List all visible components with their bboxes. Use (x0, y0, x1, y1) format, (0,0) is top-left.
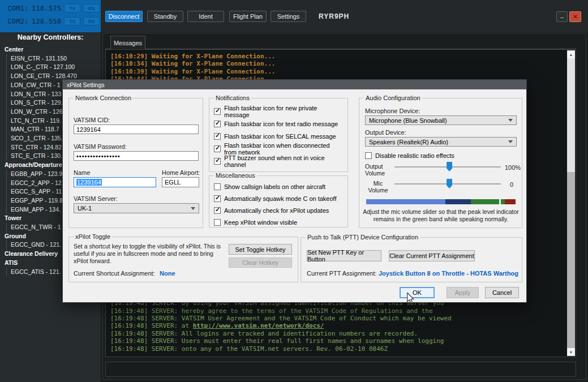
checkbox[interactable] (214, 158, 221, 165)
group-legend: Miscellaneous (214, 172, 257, 179)
xpilot-window: COM1: 118.575 TX RX COM2: 126.550 TX RX … (0, 0, 588, 382)
settings-button[interactable]: Settings (271, 11, 306, 22)
controller-tree-entry-label: EGGP_APP - 119.8 (11, 197, 63, 204)
mouse-cursor-icon (405, 293, 415, 304)
group-network-connection: Network Connection VATSIM CID: 1239164 V… (68, 98, 203, 228)
misc-checkbox-list: Show callsign labels on other aircraft A… (214, 181, 343, 228)
group-legend: Audio Configuration (364, 95, 422, 101)
notification-option[interactable]: PTT buzzer sound when not in voice chann… (214, 155, 343, 168)
scrollbar-thumb[interactable] (567, 172, 575, 348)
output-device-label: Output Device: (365, 129, 406, 136)
ident-button[interactable]: Ident (187, 11, 224, 22)
clear-hotkey-button[interactable]: Clear Hotkey (229, 257, 292, 268)
log-scrollbar[interactable]: ▲ ▼ (567, 50, 575, 356)
vatsim-password-field[interactable]: •••••••••••••••• (74, 151, 199, 161)
microphone-device-value: Microphone (Blue Snowball) (369, 117, 447, 124)
group-xpilot-toggle: xPilot Toggle Set a shortcut key to togg… (68, 237, 298, 282)
notification-option[interactable]: Flash taskbar icon when disconnected fro… (214, 143, 343, 155)
radio-effects-option[interactable]: Disable realistic radio effects (365, 149, 454, 162)
vatsim-server-select[interactable]: UK-1 (74, 203, 199, 213)
output-volume-value: 100% (505, 164, 521, 171)
standby-button[interactable]: Standby (147, 11, 183, 22)
controller-tree-entry-label: STC_CTR - 124.82 (11, 144, 62, 151)
checkbox[interactable] (214, 195, 221, 202)
controller-tree-entry-label: Clearance Delivery (5, 250, 58, 257)
scrollbar-up-arrow-icon[interactable]: ▲ (567, 50, 575, 58)
vatsim-cid-field[interactable]: 1239164 (74, 125, 199, 134)
misc-option[interactable]: Automatically check for xPilot updates (214, 204, 343, 216)
controller-tree-entry-label: EGBB_APP - 123.9 (11, 170, 62, 177)
disconnect-button[interactable]: Disconnect (105, 11, 143, 22)
controller-tree-entry-label: EGCC_S_APP - 11 (11, 188, 62, 195)
controller-tree-entry-label: Approach/Departure (5, 161, 62, 168)
output-device-select[interactable]: Speakers (Realtek(R) Audio) (365, 137, 517, 147)
checkbox[interactable] (214, 183, 221, 190)
com1-label: COM1: (7, 4, 29, 12)
flight-plan-button[interactable]: Flight Plan (229, 11, 267, 22)
misc-option[interactable]: Show callsign labels on other aircraft (214, 181, 343, 192)
misc-option[interactable]: Automatically squawk mode C on takeoff (214, 192, 343, 204)
scrollbar-down-arrow-icon[interactable]: ▼ (567, 348, 575, 356)
checkbox[interactable] (214, 145, 221, 152)
checkbox-label: Disable realistic radio effects (375, 152, 454, 159)
command-input[interactable] (105, 362, 576, 377)
checkbox[interactable] (214, 133, 221, 140)
controller-tree-entry-label: EGCC_2_APP - 12 (11, 179, 62, 186)
checkbox[interactable] (214, 121, 221, 127)
checkbox-label: Show callsign labels on other aircraft (224, 183, 325, 190)
checkbox[interactable] (214, 207, 221, 214)
slider-thumb[interactable] (447, 179, 452, 188)
controller-tree-entry-label: EGCC_GND - 121. (11, 241, 61, 248)
mic-volume-value: 0 (510, 181, 513, 188)
controller-tree-entry[interactable]: Center (5, 45, 101, 54)
log-line: [16:19:48] SERVER: VATSIM User Agreement… (110, 315, 452, 322)
misc-option[interactable]: Keep xPilot window visible (214, 216, 343, 228)
mic-help-text: Adjust the mic volume slider so that the… (363, 208, 519, 222)
controller-tree-entry[interactable]: EISN_CTR - 131.150 (6, 54, 101, 63)
com2-label: COM2: (7, 17, 29, 25)
microphone-device-label: Microphone Device: (365, 108, 420, 114)
log-line-text: [16:19:48] SERVER: Users must enter thei… (110, 337, 444, 345)
apply-button[interactable]: Apply (447, 287, 479, 298)
notifications-checkbox-list: Flash taskbar icon for new private messa… (214, 105, 343, 168)
close-button[interactable]: ✕ (569, 11, 581, 22)
set-toggle-hotkey-button[interactable]: Set Toggle Hotkey (229, 244, 292, 255)
current-shortcut-label: Current Shortcut Assignment: (74, 270, 155, 277)
controller-tree-entry[interactable]: LON_C-_CTR - 127.100 (6, 63, 101, 72)
notification-option[interactable]: Flash taskbar icon for SELCAL message (214, 130, 343, 143)
group-legend: Notifications (214, 95, 251, 101)
log-line: [16:10:39] Waiting for X-Plane Connectio… (110, 68, 275, 75)
com2-tx-button[interactable]: TX (64, 17, 80, 25)
group-miscellaneous: Miscellaneous Show callsign labels on ot… (209, 175, 348, 228)
home-airport-field[interactable]: EGLL (162, 177, 199, 187)
controller-tree-entry-label: Tower (5, 214, 22, 221)
com1-frequency: 118.575 (32, 4, 62, 12)
log-line-text: [16:19:48] SERVER: VATSIM User Agreement… (110, 315, 452, 322)
checkbox[interactable] (214, 108, 221, 115)
output-volume-slider[interactable] (394, 162, 501, 171)
checkbox-label: Automatically check for xPilot updates (224, 207, 329, 214)
controller-tree-entry-label: EGNM_APP - 134. (11, 206, 61, 213)
set-ptt-button[interactable]: Set New PTT Key or Button (307, 250, 381, 261)
microphone-device-select[interactable]: Microphone (Blue Snowball) (365, 115, 517, 125)
current-shortcut-value: None (160, 270, 175, 277)
com1-rx-button[interactable]: RX (83, 4, 100, 12)
tab-messages[interactable]: Messages (110, 36, 145, 49)
mic-volume-slider[interactable] (394, 179, 501, 188)
group-legend: xPilot Toggle (74, 233, 112, 240)
com1-tx-button[interactable]: TX (64, 4, 80, 12)
name-field[interactable]: 1239164 (74, 177, 156, 187)
dialog-title-bar[interactable]: xPilot Settings (63, 80, 526, 89)
cancel-button[interactable]: Cancel (485, 287, 519, 298)
com2-rx-button[interactable]: RX (83, 17, 100, 25)
controller-tree-entry-label: LON_C-_CTR - 127.100 (11, 63, 75, 70)
group-legend: Network Connection (74, 95, 133, 101)
checkbox[interactable] (365, 152, 372, 159)
checkbox[interactable] (214, 219, 221, 226)
notification-option[interactable]: Flash taskbar icon for new private messa… (214, 105, 343, 118)
slider-thumb[interactable] (447, 162, 452, 171)
minimize-button[interactable]: – (556, 11, 568, 22)
notification-option[interactable]: Flash taskbar icon for text radio messag… (214, 118, 343, 130)
clear-ptt-button[interactable]: Clear Current PTT Assignment (389, 250, 475, 261)
log-line-link[interactable]: http://www.vatsim.net/network/docs/ (193, 322, 324, 329)
